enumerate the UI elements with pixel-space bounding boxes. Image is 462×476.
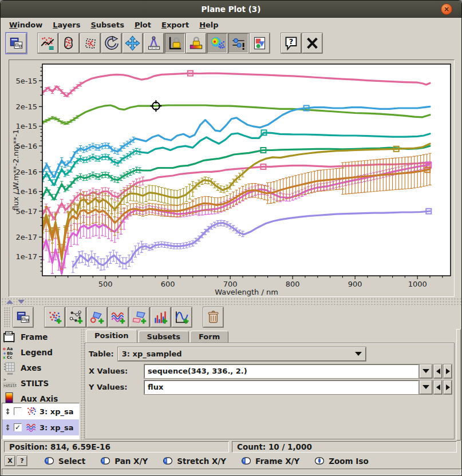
dotted-subset-button[interactable] bbox=[80, 33, 100, 53]
svg-text:xxx: xxx bbox=[7, 371, 14, 375]
control-label: Legend bbox=[21, 348, 53, 357]
tab-bar: PositionSubsetsForm bbox=[86, 330, 230, 343]
plot-canvas[interactable]: 5e-152e-151e-155e-162e-161e-165e-172e-17… bbox=[9, 60, 455, 297]
svg-text:2e-15: 2e-15 bbox=[15, 102, 37, 111]
scatter-add-button[interactable] bbox=[45, 307, 65, 327]
table-select-value: 3: xp_sampled bbox=[122, 350, 182, 358]
mouse-left-icon bbox=[99, 456, 112, 466]
svg-text:?: ? bbox=[289, 37, 294, 46]
quad-add-button[interactable] bbox=[129, 307, 149, 327]
control-stilts[interactable]: >>stiltsSTILTS bbox=[1, 375, 81, 391]
close-x-button[interactable] bbox=[302, 33, 322, 53]
measure-button[interactable] bbox=[144, 33, 164, 53]
dotted-subset-icon bbox=[82, 35, 98, 51]
menu-export[interactable]: Export bbox=[156, 19, 194, 30]
stilts-icon: >>stilts bbox=[2, 376, 17, 390]
area-add-button[interactable] bbox=[87, 307, 107, 327]
histogram-add-button[interactable] bbox=[151, 307, 171, 327]
layer-row-1[interactable]: 3: xp_sa bbox=[2, 403, 79, 419]
menubar: WindowLayersSubsetsPlotExportHelp bbox=[1, 18, 461, 31]
menu-subsets[interactable]: Subsets bbox=[85, 19, 129, 30]
table-label: Table: bbox=[89, 350, 114, 358]
control-frame[interactable]: TITLEFrame bbox=[1, 329, 81, 344]
x-values-next-button[interactable] bbox=[444, 364, 452, 378]
measure-icon bbox=[146, 35, 161, 51]
pan-arrows-button[interactable] bbox=[123, 33, 143, 53]
menu-layers[interactable]: Layers bbox=[48, 19, 85, 30]
split-divider[interactable] bbox=[2, 298, 461, 305]
hide-hints-button[interactable]: X bbox=[5, 456, 15, 466]
panel-divider[interactable] bbox=[81, 329, 85, 441]
updown-icon bbox=[3, 421, 12, 434]
function-add-button[interactable] bbox=[172, 307, 192, 327]
mouse-left-icon bbox=[161, 456, 174, 466]
control-list-panel: TITLEFrameoAa+BbxCcLegendxxxAxes>>stilts… bbox=[1, 329, 81, 441]
win-export-button[interactable] bbox=[6, 33, 26, 53]
lock-aux-button[interactable] bbox=[186, 33, 206, 53]
svg-text:Cc: Cc bbox=[7, 355, 12, 359]
lock-axes-icon bbox=[167, 35, 183, 51]
tab-subsets[interactable]: Subsets bbox=[139, 331, 189, 343]
x-values-dropdown-button[interactable] bbox=[420, 364, 432, 378]
position-readout: Position: 814, 6.59E-16 bbox=[4, 441, 229, 453]
blob-subset-button[interactable] bbox=[59, 33, 79, 53]
mouse-hint-bar: X ?SelectPan X/YStretch X/YFrame X/YZoom… bbox=[1, 454, 461, 468]
chevron-right-icon bbox=[446, 384, 450, 390]
tab-form[interactable]: Form bbox=[190, 331, 228, 343]
aux-visible-button[interactable] bbox=[207, 33, 227, 53]
help-button[interactable]: ? bbox=[281, 33, 301, 53]
y-values-input[interactable]: flux bbox=[144, 380, 418, 394]
toolbar-drag-handle[interactable] bbox=[4, 307, 10, 327]
control-axes[interactable]: xxxAxes bbox=[1, 360, 81, 375]
y-values-next-button[interactable] bbox=[444, 380, 452, 394]
menu-window[interactable]: Window bbox=[4, 19, 48, 30]
svg-text:5e-15: 5e-15 bbox=[15, 77, 37, 85]
hint-label: Select bbox=[58, 457, 85, 466]
mouse-left-icon bbox=[240, 456, 252, 466]
layer-list[interactable]: 3: xp_sa ✓ 3: xp_sa bbox=[2, 403, 80, 439]
menu-plot[interactable]: Plot bbox=[129, 19, 156, 30]
layer-visibility-checkbox[interactable]: ✓ bbox=[14, 423, 22, 431]
x-values-text: sequence(343, 336., 2.) bbox=[148, 367, 247, 375]
plane-plot-chart[interactable]: 5e-152e-151e-155e-162e-161e-165e-172e-17… bbox=[9, 60, 455, 298]
main-toolbar: ? bbox=[1, 31, 461, 55]
win-export-icon bbox=[15, 310, 31, 325]
chevron-down-icon bbox=[355, 352, 362, 356]
menu-help[interactable]: Help bbox=[194, 19, 223, 30]
sliders-button[interactable] bbox=[228, 33, 248, 53]
replot-button[interactable] bbox=[38, 33, 58, 53]
table-select[interactable]: 3: xp_sampled bbox=[118, 347, 366, 361]
y-values-prev-button[interactable] bbox=[434, 380, 442, 394]
lock-axes-button[interactable] bbox=[165, 33, 185, 53]
svg-text:1000: 1000 bbox=[408, 280, 427, 288]
trash-button[interactable] bbox=[203, 307, 223, 327]
svg-text:TITLE: TITLE bbox=[5, 332, 13, 335]
redo-button[interactable] bbox=[101, 33, 121, 53]
spectra-add-button[interactable] bbox=[108, 307, 128, 327]
export-image-button[interactable] bbox=[250, 33, 270, 53]
divider-collapse-down-icon[interactable] bbox=[18, 300, 25, 304]
svg-text:900: 900 bbox=[348, 280, 362, 288]
win-export-button[interactable] bbox=[13, 307, 33, 327]
position-tab-content: Table: 3: xp_sampled X Values: sequence(… bbox=[85, 343, 455, 439]
layer-visibility-checkbox[interactable] bbox=[14, 407, 22, 415]
window-close-icon[interactable]: × bbox=[441, 3, 452, 15]
titlebar[interactable]: Plane Plot (3) × bbox=[1, 1, 461, 18]
layer-row-2[interactable]: ✓ 3: xp_sa bbox=[2, 419, 79, 435]
svg-text:>: > bbox=[3, 377, 6, 382]
x-values-prev-button[interactable] bbox=[434, 364, 442, 378]
svg-text:1e-17: 1e-17 bbox=[15, 252, 37, 261]
divider-collapse-up-icon[interactable] bbox=[6, 300, 13, 304]
hints-help-button[interactable]: ? bbox=[17, 456, 27, 466]
y-values-dropdown-button[interactable] bbox=[420, 380, 432, 394]
x-values-input[interactable]: sequence(343, 336., 2.) bbox=[144, 364, 418, 378]
export-image-icon bbox=[252, 35, 267, 51]
control-legend[interactable]: oAa+BbxCcLegend bbox=[1, 344, 81, 360]
tab-position[interactable]: Position bbox=[86, 330, 137, 343]
legend-icon: oAa+BbxCc bbox=[2, 346, 17, 359]
svg-text:x: x bbox=[3, 355, 6, 359]
control-label: Axes bbox=[21, 363, 41, 372]
x-values-label: X Values: bbox=[89, 367, 144, 375]
frame-icon: TITLE bbox=[2, 330, 17, 344]
pair-add-button[interactable] bbox=[66, 307, 86, 327]
